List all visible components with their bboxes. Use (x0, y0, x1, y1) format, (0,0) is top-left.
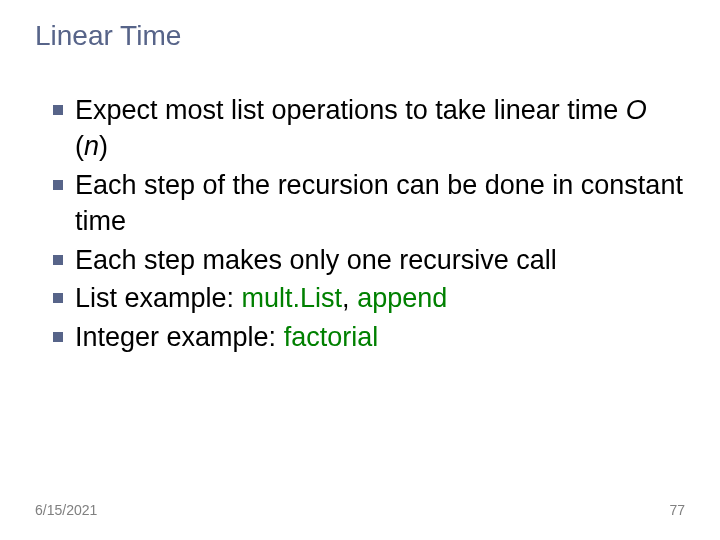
text-span: ( (75, 131, 84, 161)
variable-n: n (84, 131, 99, 161)
text-span: List example: (75, 283, 242, 313)
text-span: Expect most list operations to take line… (75, 95, 626, 125)
code-term: mult.List (242, 283, 343, 313)
list-item: List example: mult.List, append (53, 280, 685, 316)
text-span: , (342, 283, 357, 313)
bullet-text: Each step makes only one recursive call (75, 242, 557, 278)
list-item: Integer example: factorial (53, 319, 685, 355)
bullet-square-icon (53, 293, 63, 303)
list-item: Each step makes only one recursive call (53, 242, 685, 278)
bullet-text: Each step of the recursion can be done i… (75, 167, 685, 240)
code-term: factorial (284, 322, 379, 352)
footer-page-number: 77 (669, 502, 685, 518)
slide-title: Linear Time (35, 20, 685, 52)
list-item: Each step of the recursion can be done i… (53, 167, 685, 240)
bullet-text: List example: mult.List, append (75, 280, 447, 316)
bullet-square-icon (53, 255, 63, 265)
big-o-symbol: O (626, 95, 647, 125)
code-term: append (357, 283, 447, 313)
bullet-square-icon (53, 105, 63, 115)
list-item: Expect most list operations to take line… (53, 92, 685, 165)
bullet-text: Integer example: factorial (75, 319, 378, 355)
slide-content: Expect most list operations to take line… (35, 92, 685, 355)
text-span: Integer example: (75, 322, 284, 352)
text-span: ) (99, 131, 108, 161)
bullet-square-icon (53, 332, 63, 342)
bullet-square-icon (53, 180, 63, 190)
bullet-text: Expect most list operations to take line… (75, 92, 685, 165)
footer-date: 6/15/2021 (35, 502, 97, 518)
slide-footer: 6/15/2021 77 (35, 502, 685, 518)
